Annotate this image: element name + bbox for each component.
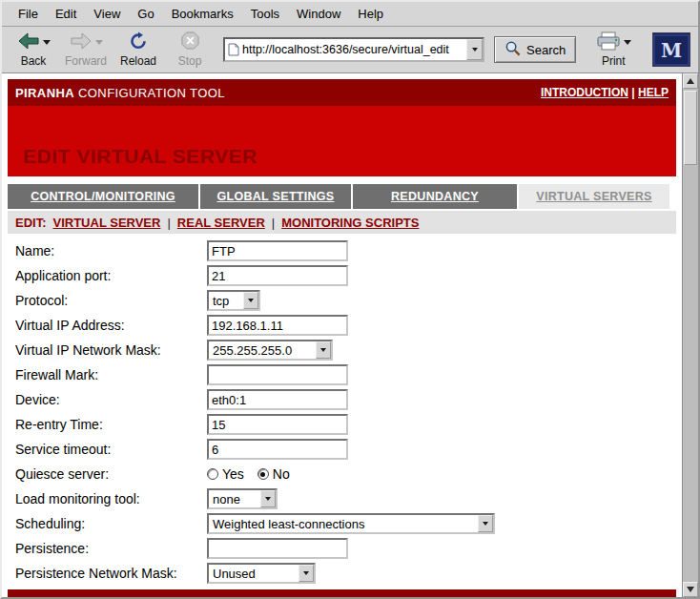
tab-global-settings[interactable]: GLOBAL SETTINGS xyxy=(200,184,351,209)
service-timeout-input[interactable] xyxy=(207,439,348,460)
persistence-network-mask-widget: Unused xyxy=(207,563,316,584)
search-button[interactable]: Search xyxy=(494,36,576,63)
scroll-down-button[interactable] xyxy=(683,582,698,597)
menu-view[interactable]: View xyxy=(85,7,129,21)
tab-control-monitoring[interactable]: CONTROL/MONITORING xyxy=(8,184,198,209)
virtual-ip-network-mask-select[interactable]: 255.255.255.0 xyxy=(207,340,333,361)
virtual-server-form: Name:Application port:Protocol:tcpVirtua… xyxy=(8,234,676,586)
virtual-ip-network-mask-widget: 255.255.255.0 xyxy=(207,340,333,361)
vertical-scrollbar[interactable] xyxy=(682,73,698,597)
load-monitoring-tool-widget: none xyxy=(207,488,278,509)
page-title-band: EDIT VIRTUAL SERVER xyxy=(8,106,676,176)
header-links: INTRODUCTION | HELP xyxy=(541,86,669,99)
form-row-application-port: Application port: xyxy=(8,263,676,288)
print-dropdown-arrow[interactable] xyxy=(624,40,631,45)
print-button[interactable]: Print xyxy=(589,29,637,71)
form-row-persistence: Persistence: xyxy=(8,536,676,561)
tab-redundancy[interactable]: REDUNDANCY xyxy=(353,184,517,209)
menu-go[interactable]: Go xyxy=(129,7,162,21)
quiesce-server-yes-radio-label: Yes xyxy=(222,466,244,482)
firewall-mark-input[interactable] xyxy=(207,364,348,385)
scrollbar-track[interactable] xyxy=(683,89,698,582)
back-label: Back xyxy=(21,54,47,68)
menu-help[interactable]: Help xyxy=(349,7,392,21)
service-timeout-label: Service timeout: xyxy=(15,442,207,457)
page-content: PIRANHA CONFIGURATION TOOL INTRODUCTION … xyxy=(2,73,682,597)
subnav-link-monitoring-scripts[interactable]: MONITORING SCRIPTS xyxy=(281,216,419,230)
menu-window[interactable]: Window xyxy=(288,7,349,21)
menubar: FileEditViewGoBookmarksToolsWindowHelp xyxy=(2,2,698,27)
browser-viewport: PIRANHA CONFIGURATION TOOL INTRODUCTION … xyxy=(2,72,698,597)
form-row-re-entry-time: Re-entry Time: xyxy=(8,412,676,437)
form-row-name: Name: xyxy=(8,238,676,263)
quiesce-server-yes-radio[interactable] xyxy=(207,468,218,480)
form-row-firewall-mark: Firewall Mark: xyxy=(8,362,676,387)
name-widget xyxy=(207,240,348,261)
header-link-help[interactable]: HELP xyxy=(638,86,669,99)
device-widget xyxy=(207,389,348,410)
firewall-mark-widget xyxy=(207,364,348,385)
header-link-introduction[interactable]: INTRODUCTION xyxy=(541,86,628,99)
menu-file[interactable]: File xyxy=(10,7,47,21)
protocol-select[interactable]: tcp xyxy=(207,290,260,311)
scheduling-select[interactable]: Weighted least-connections xyxy=(207,513,495,534)
quiesce-server-no-radio-label: No xyxy=(273,466,290,482)
application-port-input[interactable] xyxy=(207,265,348,286)
subnav-link-virtual-server[interactable]: VIRTUAL SERVER xyxy=(53,216,161,230)
application-port-widget xyxy=(207,265,348,286)
scheduling-label: Scheduling: xyxy=(15,516,207,531)
load-monitoring-tool-label: Load monitoring tool: xyxy=(15,491,207,506)
persistence-network-mask-selected-value: Unused xyxy=(209,567,299,581)
print-label: Print xyxy=(602,54,626,68)
persistence-network-mask-select[interactable]: Unused xyxy=(207,563,316,584)
persistence-network-mask-select-arrow-button[interactable] xyxy=(299,565,314,582)
virtual-ip-network-mask-select-arrow-button[interactable] xyxy=(316,341,331,359)
menu-edit[interactable]: Edit xyxy=(47,7,85,21)
re-entry-time-input[interactable] xyxy=(207,414,348,435)
form-row-device: Device: xyxy=(8,387,676,412)
reload-button[interactable]: Reload xyxy=(114,29,162,71)
form-row-quiesce-server: Quiesce server:YesNo xyxy=(8,462,676,486)
form-row-protocol: Protocol:tcp xyxy=(8,288,676,313)
forward-label: Forward xyxy=(65,54,107,68)
chevron-down-icon xyxy=(265,497,271,501)
url-dropdown-arrow-icon xyxy=(472,48,478,52)
virtual-ip-address-input[interactable] xyxy=(207,315,348,336)
mozilla-logo-letter: M xyxy=(661,39,682,62)
mozilla-logo[interactable]: M xyxy=(652,32,690,67)
name-input[interactable] xyxy=(207,240,348,261)
menu-tools[interactable]: Tools xyxy=(242,7,288,21)
app-title-bold: PIRANHA xyxy=(15,86,74,100)
tab-virtual-servers[interactable]: VIRTUAL SERVERS xyxy=(519,184,669,209)
back-button[interactable]: Back xyxy=(10,29,57,71)
app-title-rest: CONFIGURATION TOOL xyxy=(74,86,225,100)
scheduling-select-arrow-button[interactable] xyxy=(478,515,493,532)
persistence-network-mask-label: Persistence Network Mask: xyxy=(15,566,207,581)
persistence-input[interactable] xyxy=(207,538,348,559)
device-input[interactable] xyxy=(207,389,348,410)
back-dropdown-arrow[interactable] xyxy=(43,40,51,45)
form-row-load-monitoring-tool: Load monitoring tool:none xyxy=(8,486,676,511)
forward-button[interactable]: Forward xyxy=(61,29,111,71)
re-entry-time-widget xyxy=(207,414,348,435)
header-link-separator: | xyxy=(628,86,638,99)
quiesce-server-no-radio[interactable] xyxy=(257,468,269,480)
scroll-up-button[interactable] xyxy=(683,73,698,89)
virtual-ip-network-mask-label: Virtual IP Network Mask: xyxy=(15,342,207,358)
quiesce-server-label: Quiesce server: xyxy=(15,466,207,482)
url-input[interactable] xyxy=(242,39,466,60)
forward-dropdown-arrow[interactable] xyxy=(95,40,103,45)
load-monitoring-tool-select[interactable]: none xyxy=(207,488,278,509)
piranha-header-bar: PIRANHA CONFIGURATION TOOL INTRODUCTION … xyxy=(8,79,676,106)
stop-button[interactable]: Stop xyxy=(166,29,214,71)
stop-icon xyxy=(181,31,199,53)
load-monitoring-tool-select-arrow-button[interactable] xyxy=(260,490,276,507)
reload-icon xyxy=(129,31,148,54)
url-dropdown-button[interactable] xyxy=(466,39,483,60)
search-label: Search xyxy=(526,43,566,57)
scrollbar-thumb[interactable] xyxy=(684,91,697,165)
subnav-link-real-server[interactable]: REAL SERVER xyxy=(177,216,265,230)
protocol-select-arrow-button[interactable] xyxy=(243,292,258,309)
print-icon xyxy=(596,31,621,54)
menu-bookmarks[interactable]: Bookmarks xyxy=(163,7,242,21)
